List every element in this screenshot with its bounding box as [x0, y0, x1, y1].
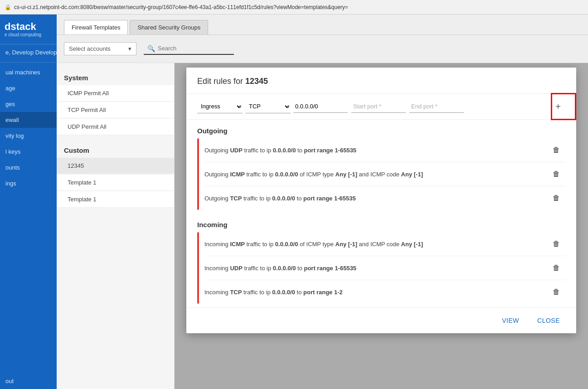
direction-select[interactable]: Ingress Egress [197, 100, 243, 113]
sidebar-item-age[interactable]: age [0, 80, 57, 96]
accounts-select[interactable]: Select accounts ▾ [64, 42, 136, 55]
direction-chevron-icon: ▾ [239, 104, 242, 110]
outgoing-bar [197, 138, 199, 210]
delete-incoming-rule-1-button[interactable]: 🗑 [549, 237, 564, 251]
incoming-rule-2-text: Incoming UDP traffic to ip 0.0.0.0/0 to … [204, 265, 549, 272]
outgoing-rule-3: Outgoing TCP traffic to ip 0.0.0.0/0 to … [204, 186, 565, 210]
rule-form-row: Ingress Egress ▾ TCP UDP ICMP Any ▾ [186, 94, 576, 120]
view-button[interactable]: VIEW [496, 313, 525, 328]
modal-title: Edit rules for 12345 [197, 77, 565, 86]
end-port-input[interactable] [409, 100, 464, 113]
list-item-template1-b[interactable]: Template 1 [57, 191, 174, 208]
browser-url: cs-ui-ci.z1.netpoint-dc.com:8080/bwsw/ma… [14, 4, 348, 10]
lock-icon: 🔒 [5, 4, 11, 10]
cidr-input[interactable] [293, 100, 348, 113]
trash-icon-1: 🗑 [553, 146, 560, 154]
left-panel: System ICMP Permit All TCP Permit All UD… [57, 63, 175, 389]
list-item-udp-permit-all[interactable]: UDP Permit All [57, 119, 174, 135]
top-tabs: Firewall Templates Shared Security Group… [57, 15, 588, 35]
sidebar-item-ges[interactable]: ges [0, 96, 57, 112]
delete-outgoing-rule-1-button[interactable]: 🗑 [549, 143, 564, 157]
incoming-rule-1: Incoming ICMP traffic to ip 0.0.0.0/0 of… [204, 232, 565, 256]
incoming-rule-2: Incoming UDP traffic to ip 0.0.0.0/0 to … [204, 256, 565, 280]
sidebar-item-about[interactable]: out [0, 373, 57, 389]
browser-bar: 🔒 cs-ui-ci.z1.netpoint-dc.com:8080/bwsw/… [0, 0, 588, 15]
protocol-select[interactable]: TCP UDP ICMP Any [245, 100, 291, 113]
rules-content: Outgoing Outgoing UDP traffic to ip 0.0.… [186, 120, 576, 307]
outgoing-rule-1-text: Outgoing UDP traffic to ip 0.0.0.0/0 to … [204, 147, 549, 154]
custom-section-header: Custom [57, 143, 174, 158]
delete-outgoing-rule-3-button[interactable]: 🗑 [549, 191, 564, 205]
incoming-rule-3: Incoming TCP traffic to ip 0.0.0.0/0 to … [204, 280, 565, 304]
outgoing-rule-3-text: Outgoing TCP traffic to ip 0.0.0.0/0 to … [204, 195, 549, 202]
main-area: Firewall Templates Shared Security Group… [57, 15, 588, 389]
search-box: 🔍 [144, 43, 234, 55]
accounts-chevron-icon: ▾ [128, 45, 131, 52]
list-item-template1-a[interactable]: Template 1 [57, 175, 174, 191]
system-section-header: System [57, 70, 174, 85]
right-panel: Edit rules for 12345 Ingress Egress ▾ [175, 63, 588, 389]
sidebar-spacer [0, 191, 57, 373]
modal: Edit rules for 12345 Ingress Egress ▾ [186, 68, 576, 333]
sidebar-item-settings[interactable]: ings [0, 175, 57, 191]
trash-icon-2: 🗑 [553, 170, 560, 178]
incoming-bar [197, 232, 199, 304]
trash-icon-4: 🗑 [553, 240, 560, 248]
add-rule-button[interactable]: + [551, 99, 565, 114]
sidebar-item-activity[interactable]: vity log [0, 128, 57, 144]
tab-firewall-templates[interactable]: Firewall Templates [64, 20, 128, 34]
content-area: System ICMP Permit All TCP Permit All UD… [57, 63, 588, 389]
sidebar-item-keys[interactable]: l keys [0, 144, 57, 160]
close-button[interactable]: CLOSE [532, 313, 565, 328]
incoming-rules-group: Incoming ICMP traffic to ip 0.0.0.0/0 of… [197, 232, 565, 304]
logo-tagline: e cloud computing [5, 32, 52, 37]
outgoing-rule-1: Outgoing UDP traffic to ip 0.0.0.0/0 to … [204, 138, 565, 162]
sidebar-logo: dstack e cloud computing [0, 15, 57, 44]
incoming-header: Incoming [197, 214, 565, 232]
sidebar-divider-1 [0, 62, 57, 63]
trash-icon-5: 🗑 [553, 264, 560, 272]
sidebar-item-accounts[interactable]: ounts [0, 160, 57, 175]
incoming-rule-3-text: Incoming TCP traffic to ip 0.0.0.0/0 to … [204, 289, 549, 296]
protocol-chevron-icon: ▾ [287, 104, 290, 110]
sidebar-develop[interactable]: e, Develop Develop [0, 44, 57, 60]
modal-header: Edit rules for 12345 [186, 68, 576, 94]
trash-icon-3: 🗑 [553, 194, 560, 202]
trash-icon-6: 🗑 [553, 288, 560, 296]
incoming-rule-1-text: Incoming ICMP traffic to ip 0.0.0.0/0 of… [204, 241, 549, 248]
sidebar: dstack e cloud computing e, Develop Deve… [0, 15, 57, 389]
delete-incoming-rule-3-button[interactable]: 🗑 [549, 285, 564, 299]
accounts-select-label: Select accounts [69, 45, 111, 52]
logo-text: dstack [5, 21, 52, 32]
sidebar-item-firewall[interactable]: ewall [0, 112, 57, 128]
modal-footer: VIEW CLOSE [186, 307, 576, 333]
filter-bar: Select accounts ▾ 🔍 [57, 35, 588, 63]
delete-incoming-rule-2-button[interactable]: 🗑 [549, 261, 564, 275]
search-input[interactable] [158, 45, 230, 52]
tab-shared-security-groups[interactable]: Shared Security Groups [130, 20, 208, 34]
sidebar-item-vms[interactable]: ual machines [0, 64, 57, 80]
outgoing-rule-2: Outgoing ICMP traffic to ip 0.0.0.0/0 of… [204, 162, 565, 186]
outgoing-rule-2-text: Outgoing ICMP traffic to ip 0.0.0.0/0 of… [204, 171, 549, 178]
start-port-input[interactable] [351, 100, 406, 113]
delete-outgoing-rule-2-button[interactable]: 🗑 [549, 167, 564, 181]
modal-overlay: Edit rules for 12345 Ingress Egress ▾ [175, 63, 588, 389]
list-item-tcp-permit-all[interactable]: TCP Permit All [57, 102, 174, 118]
list-item-12345[interactable]: 12345 [57, 158, 174, 174]
section-divider [57, 136, 174, 143]
outgoing-rules-group: Outgoing UDP traffic to ip 0.0.0.0/0 to … [197, 138, 565, 210]
list-item-icmp-permit-all[interactable]: ICMP Permit All [57, 85, 174, 102]
outgoing-header: Outgoing [197, 120, 565, 138]
tabs-row: Firewall Templates Shared Security Group… [64, 20, 581, 34]
search-icon: 🔍 [147, 45, 155, 52]
